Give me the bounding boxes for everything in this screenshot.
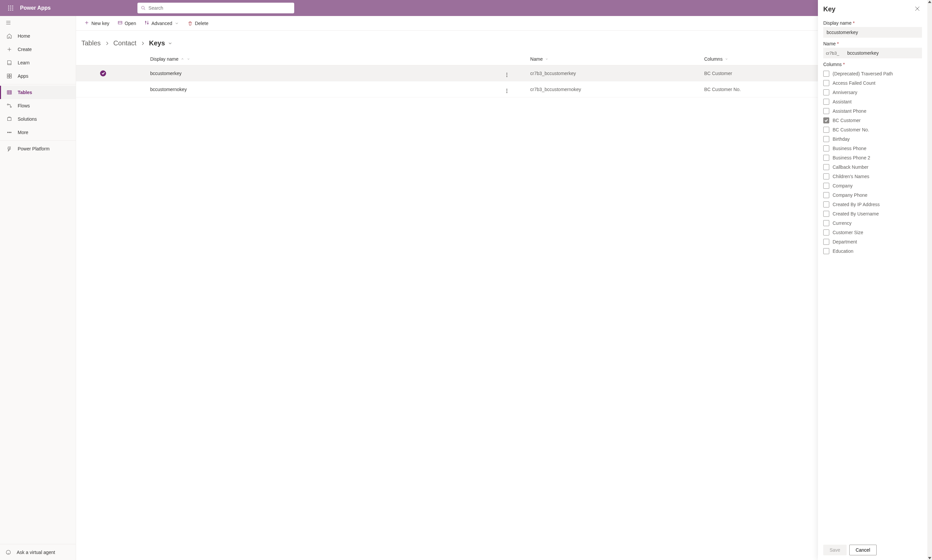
sidebar-item-flows[interactable]: Flows	[0, 99, 76, 112]
row-selected-icon[interactable]	[100, 70, 106, 76]
col-header-columns[interactable]: Columns	[704, 56, 729, 62]
checkbox-icon	[823, 220, 829, 226]
breadcrumb: Tables Contact Keys	[76, 31, 932, 53]
column-checkbox[interactable]: Business Phone	[823, 144, 922, 153]
checkbox-icon	[823, 71, 829, 77]
ask-virtual-agent-button[interactable]: Ask a virtual agent	[0, 544, 76, 560]
column-checkbox[interactable]: Access Failed Count	[823, 78, 922, 88]
collapse-nav-button[interactable]	[0, 16, 76, 29]
sidebar-item-more[interactable]: More	[0, 126, 76, 139]
display-name-input[interactable]	[823, 27, 922, 38]
breadcrumb-tables[interactable]: Tables	[82, 39, 101, 47]
outer-scrollbar[interactable]	[927, 0, 932, 560]
sidebar-item-create[interactable]: Create	[0, 43, 76, 56]
search-box[interactable]	[137, 3, 294, 13]
column-checkbox[interactable]: (Deprecated) Traversed Path	[823, 69, 922, 78]
keys-table: Display name Name	[76, 53, 932, 97]
column-checkbox[interactable]: Created By IP Address	[823, 200, 922, 209]
nav-separator	[0, 84, 76, 85]
checkbox-label: Customer Size	[833, 230, 863, 235]
power-platform-icon	[6, 146, 12, 152]
column-checkbox[interactable]: Children's Names	[823, 172, 922, 181]
sidebar-item-label: Power Platform	[18, 146, 50, 151]
cmd-label: New key	[91, 21, 109, 26]
cmd-new-key[interactable]: New key	[82, 18, 112, 28]
table-row[interactable]: bccustomerkeycr7b3_bccustomerkeyBC Custo…	[76, 65, 932, 82]
svg-point-0	[8, 5, 9, 6]
chevron-down-icon	[186, 57, 191, 61]
sidebar-item-learn[interactable]: Learn	[0, 56, 76, 69]
col-header-display-name[interactable]: Display name	[150, 56, 191, 62]
checkbox-label: Access Failed Count	[833, 80, 875, 86]
solutions-icon	[6, 116, 12, 122]
name-input[interactable]	[844, 48, 922, 58]
breadcrumb-keys[interactable]: Keys	[149, 39, 173, 47]
column-checkbox[interactable]: Education	[823, 246, 922, 256]
svg-point-8	[12, 9, 13, 10]
column-checkbox[interactable]: BC Customer No.	[823, 125, 922, 134]
search-input[interactable]	[148, 5, 291, 11]
flow-icon	[6, 103, 12, 109]
cmd-advanced[interactable]: Advanced	[141, 18, 182, 28]
close-panel-button[interactable]	[913, 5, 921, 14]
column-checkbox[interactable]: Created By Username	[823, 209, 922, 218]
checkbox-label: Business Phone 2	[833, 155, 870, 160]
cmd-label: Advanced	[151, 21, 172, 26]
cell-name: cr7b3_bccustomernokey	[526, 82, 700, 97]
save-button[interactable]: Save	[823, 545, 847, 555]
table-row[interactable]: bccustomernokeycr7b3_bccustomernokeyBC C…	[76, 82, 932, 97]
more-icon	[6, 129, 12, 135]
svg-rect-22	[7, 76, 9, 78]
column-checkbox[interactable]: Customer Size	[823, 228, 922, 237]
col-header-name[interactable]: Name	[531, 56, 549, 62]
column-checkbox[interactable]: BC Customer	[823, 116, 922, 125]
chevron-down-icon	[167, 40, 173, 46]
column-checkbox[interactable]: Department	[823, 237, 922, 246]
chevron-down-icon	[545, 57, 549, 61]
column-checkbox[interactable]: Company Phone	[823, 191, 922, 200]
svg-point-5	[12, 7, 13, 8]
checkbox-label: Created By IP Address	[833, 202, 880, 207]
cancel-button[interactable]: Cancel	[849, 545, 877, 555]
svg-point-3	[8, 7, 9, 8]
sidebar-item-apps[interactable]: Apps	[0, 69, 76, 83]
chevron-down-icon	[174, 21, 180, 26]
column-checkbox[interactable]: Anniversary	[823, 88, 922, 97]
checkbox-icon	[823, 145, 829, 151]
column-checkbox[interactable]: Assistant	[823, 97, 922, 106]
row-more-button[interactable]	[506, 89, 508, 93]
cmd-delete[interactable]: Delete	[185, 18, 211, 28]
cmd-label: Delete	[195, 21, 208, 26]
checkbox-icon	[823, 248, 829, 254]
column-checkbox[interactable]: Company	[823, 181, 922, 191]
checkbox-icon	[823, 239, 829, 245]
svg-point-1	[10, 5, 11, 6]
command-bar: New key Open Advanced Delete	[76, 16, 932, 31]
sidebar-item-tables[interactable]: Tables	[0, 86, 76, 99]
breadcrumb-contact[interactable]: Contact	[114, 39, 137, 47]
column-checkbox[interactable]: Currency	[823, 218, 922, 228]
cell-display-name: bccustomerkey	[130, 65, 488, 82]
checkbox-label: Department	[833, 239, 857, 245]
svg-point-4	[10, 7, 11, 8]
cmd-open[interactable]: Open	[115, 18, 139, 28]
sliders-icon	[144, 20, 149, 25]
chat-icon	[5, 549, 11, 555]
column-checkbox[interactable]: Assistant Phone	[823, 106, 922, 116]
column-checkbox[interactable]: Callback Number	[823, 162, 922, 172]
app-launcher-button[interactable]	[3, 0, 19, 16]
checkbox-label: Education	[833, 248, 853, 254]
display-name-label: Display name *	[823, 20, 922, 26]
column-checkbox[interactable]: Business Phone 2	[823, 153, 922, 162]
sidebar-item-solutions[interactable]: Solutions	[0, 112, 76, 126]
cell-name: cr7b3_bccustomerkey	[526, 65, 700, 82]
column-checkbox[interactable]: Birthday	[823, 134, 922, 144]
svg-point-9	[141, 6, 144, 9]
sidebar-item-home[interactable]: Home	[0, 29, 76, 43]
checkbox-icon	[823, 211, 829, 217]
checkbox-icon	[823, 155, 829, 161]
sidebar-item-power-platform[interactable]: Power Platform	[0, 142, 76, 155]
checkbox-icon	[823, 164, 829, 170]
chevron-right-icon	[104, 40, 110, 46]
row-more-button[interactable]	[506, 73, 508, 77]
